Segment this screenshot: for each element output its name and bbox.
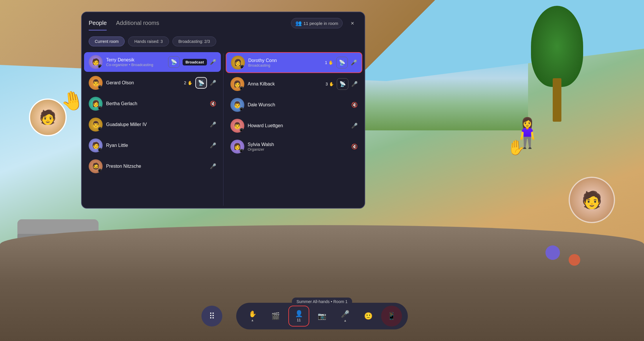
cast-icon-btn[interactable]: 📡 [336, 57, 348, 68]
person-row[interactable]: 👩 ▶ Sylvia Walsh Organizer 🔇 [226, 137, 363, 156]
hand-count: 2✋ [184, 81, 192, 85]
person-name: Anna Kilback [248, 81, 322, 87]
person-avatar: 🧔 ▶ [89, 159, 103, 173]
person-avatar: 👩 ▶ [231, 56, 245, 70]
mic-icon: 🎤 [210, 121, 216, 128]
person-avatar: 🧑 ▶ [89, 55, 103, 69]
person-name: Howard Luettgen [248, 123, 348, 128]
person-row[interactable]: 🧑 ▶ Ryan Little 🎤 [84, 136, 221, 155]
person-row[interactable]: 🧑 ▶ Terry Denesik Co-organizer • Broadca… [84, 52, 221, 72]
floor-orb-purple [545, 245, 560, 260]
mic-icon: 🎤 [210, 80, 216, 86]
person-name: Dale Wunsch [248, 102, 348, 107]
apps-button[interactable]: ⠿ [201, 306, 222, 327]
bg-avatar-right: 🧑 [569, 177, 615, 223]
people-button[interactable]: 👤 11 [288, 306, 309, 327]
av-indicator: ▶ [98, 64, 102, 68]
mic-icon: 🎤 [351, 59, 357, 66]
person-info: Sylvia Walsh Organizer [248, 142, 348, 152]
person-actions: 🎤 [351, 123, 358, 129]
mic-icon: 🎤 [210, 142, 216, 149]
person-info: Bertha Gerlach [106, 101, 206, 106]
people-count-badge: 👥 11 people in room [291, 18, 343, 28]
hand-emoji-right: ✋ [507, 139, 525, 156]
av-indicator: ▶ [240, 86, 244, 90]
mic-icon: 🎤 [351, 81, 358, 87]
person-actions: 🎤 [210, 163, 216, 169]
person-row[interactable]: 👨 ▶ Dale Wunsch 🔇 [226, 95, 363, 115]
person-actions: 🔇 [210, 101, 216, 107]
cast-icon-btn[interactable]: 📡 [337, 78, 348, 90]
person-name: Sylvia Walsh [248, 142, 348, 147]
filter-broadcasting[interactable]: Broadcasting: 2/3 [172, 37, 216, 46]
person-name: Terry Denesik [106, 57, 165, 63]
mic-icon: 🔇 [351, 102, 358, 108]
mic-icon: 🎤 [210, 163, 216, 169]
screenshare-button[interactable]: 🎬 [265, 306, 286, 327]
person-info: Anna Kilback [248, 81, 322, 87]
hand-count: 1✋ [325, 60, 333, 65]
person-avatar: 👩 ▶ [230, 77, 244, 91]
av-indicator: ▶ [240, 65, 244, 69]
person-row[interactable]: 👨 ▶ Howard Luettgen 🎤 [226, 116, 363, 136]
filter-current-room[interactable]: Current room [89, 37, 125, 46]
av-indicator: ▶ [98, 169, 102, 173]
bg-tree [528, 6, 586, 122]
end-button[interactable]: 📱 [381, 306, 402, 327]
filter-row: Current room Hands raised: 3 Broadcastin… [82, 32, 365, 51]
reaction-button[interactable]: 🙂 [358, 306, 379, 327]
person-actions: 3✋📡🎤 [325, 78, 358, 90]
person-actions: 2✋📡🎤 [184, 77, 216, 89]
cast-icon-btn[interactable]: 📡 [168, 56, 180, 68]
person-avatar: 👨 ▶ [89, 118, 103, 132]
person-info: Preston Nitzsche [106, 164, 206, 169]
floor-orb-orange [569, 254, 580, 266]
person-actions: 1✋📡🎤 [325, 57, 357, 68]
person-name: Gerard Olson [106, 80, 181, 85]
person-info: Gerard Olson [106, 80, 181, 85]
filter-hands-raised[interactable]: Hands raised: 3 [128, 37, 169, 46]
main-panel: People Additional rooms 👥 11 people in r… [81, 12, 365, 209]
av-indicator: ▶ [98, 127, 102, 131]
person-row[interactable]: 👨 ▶ Gerard Olson 2✋📡🎤 [84, 73, 221, 93]
person-name: Bertha Gerlach [106, 101, 206, 106]
person-role: Organizer [248, 147, 348, 152]
person-info: Dale Wunsch [248, 102, 348, 107]
person-info: Howard Luettgen [248, 123, 348, 128]
person-row[interactable]: 👩 ▶ Dorothy Conn Broadcasting 1✋📡🎤 [226, 52, 363, 73]
person-name: Dorothy Conn [248, 58, 322, 63]
person-name: Guadalupe Miller IV [106, 122, 206, 127]
person-avatar: 👩 ▶ [230, 140, 244, 154]
person-avatar: 👨 ▶ [89, 76, 103, 90]
person-role: Co-organizer • Broadcasting [106, 63, 165, 67]
camera-button[interactable]: 📷 [312, 306, 332, 327]
person-row[interactable]: 👩 ▶ Anna Kilback 3✋📡🎤 [226, 74, 363, 94]
person-name: Ryan Little [106, 143, 206, 148]
broadcast-badge: Broadcast [183, 59, 207, 65]
mic-button[interactable]: 🎤 ▲ [335, 306, 356, 327]
person-role: Broadcasting [248, 63, 322, 68]
person-info: Ryan Little [106, 143, 206, 148]
left-column: 🧑 ▶ Terry Denesik Co-organizer • Broadca… [82, 51, 223, 208]
person-info: Guadalupe Miller IV [106, 122, 206, 127]
person-actions: 🔇 [351, 143, 358, 150]
av-indicator: ▶ [240, 107, 244, 111]
person-info: Terry Denesik Co-organizer • Broadcastin… [106, 57, 165, 67]
av-indicator: ▶ [240, 128, 244, 132]
person-row[interactable]: 👨 ▶ Guadalupe Miller IV 🎤 [84, 115, 221, 134]
person-actions: 🔇 [351, 102, 358, 108]
mic-icon: 🔇 [351, 143, 358, 150]
person-actions: 📡Broadcast🎤 [168, 56, 216, 68]
person-actions: 🎤 [210, 142, 216, 149]
cast-icon-btn[interactable]: 📡 [195, 77, 207, 89]
mic-icon: 🎤 [351, 123, 358, 129]
tab-additional-rooms[interactable]: Additional rooms [116, 20, 159, 30]
tab-people[interactable]: People [89, 20, 107, 30]
close-button[interactable]: × [347, 18, 358, 28]
right-column: 👩 ▶ Dorothy Conn Broadcasting 1✋📡🎤 👩 ▶ [223, 51, 365, 208]
person-row[interactable]: 👩 ▶ Bertha Gerlach 🔇 [84, 94, 221, 114]
raise-hand-button[interactable]: ✋ ▲ [242, 306, 263, 327]
person-avatar: 🧑 ▶ [89, 138, 103, 152]
av-indicator: ▶ [240, 149, 244, 153]
person-row[interactable]: 🧔 ▶ Preston Nitzsche 🎤 [84, 156, 221, 176]
